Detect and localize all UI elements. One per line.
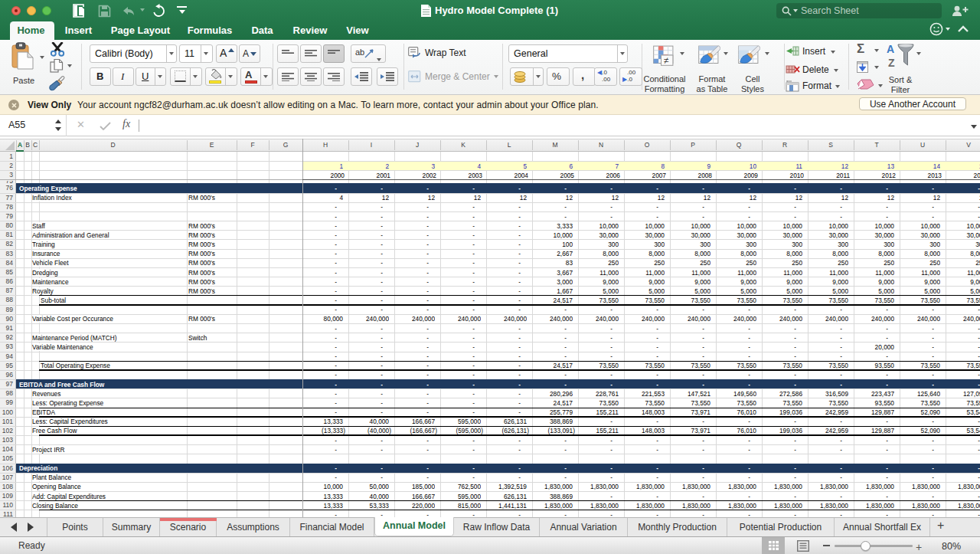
svg-text:≠: ≠ xyxy=(664,55,669,66)
